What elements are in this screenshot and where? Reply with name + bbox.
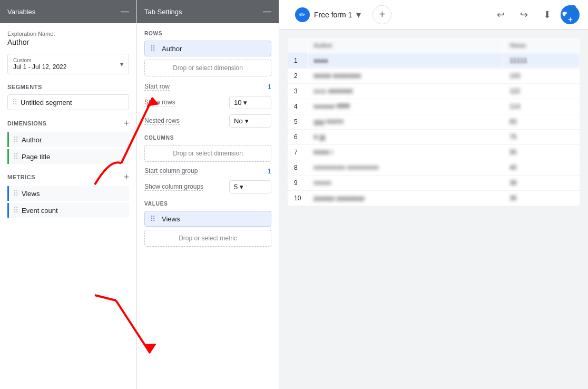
add-tab-btn[interactable]: + <box>373 5 391 24</box>
row-number: 5 <box>288 114 307 130</box>
redo-btn[interactable]: ↪ <box>514 5 533 24</box>
svg-point-2 <box>565 12 567 13</box>
col1-cell: bbbbb bbbbbbbb <box>307 69 503 84</box>
table-row[interactable]: 1 aaaa 11111 <box>288 53 580 69</box>
row-number: 1 <box>288 53 307 69</box>
col1-header[interactable]: Author <box>307 38 503 53</box>
drag-handle-icon: ⠿ <box>150 215 155 223</box>
table-row[interactable]: 10 pppppp pppppppp 36 <box>288 191 580 206</box>
dimension-item-page-title[interactable]: ⠿ Page title <box>7 149 129 164</box>
svg-point-1 <box>564 14 564 15</box>
rows-section-title: ROWS <box>144 31 271 36</box>
table-row[interactable]: 8 mmmmmm mmmmmm 40 <box>288 160 580 176</box>
metrics-title: METRICS <box>7 174 35 180</box>
show-column-groups-label: Show column groups <box>144 183 203 191</box>
drag-handle-icon: ⠿ <box>13 206 18 215</box>
tab-dropdown-icon: ▾ <box>356 9 361 21</box>
nested-rows-row: Nested rows No ▾ <box>144 114 271 128</box>
values-views-label: Views <box>162 215 180 223</box>
col1-cell: ggg hhhhh <box>307 114 503 130</box>
col1-cell: aaaa <box>307 53 503 69</box>
dimension-label: Page title <box>22 153 50 161</box>
col2-cell: 40 <box>503 160 580 176</box>
col2-cell: 75 <box>503 130 580 145</box>
segment-label: Untitled segment <box>21 99 72 106</box>
chevron-down-icon: ▾ <box>245 117 249 125</box>
drag-handle-icon: ⠿ <box>13 135 18 144</box>
show-rows-select[interactable]: 10 ▾ <box>229 96 271 109</box>
values-views-chip[interactable]: ⠿ Views <box>144 211 271 227</box>
drag-handle-icon: ⠿ <box>13 152 18 161</box>
col2-cell: 38 <box>503 176 580 191</box>
col1-cell: iii jjjj <box>307 130 503 145</box>
col1-cell: cccc ddddddd <box>307 84 503 99</box>
metric-label: Views <box>22 190 40 198</box>
col2-cell: 122 <box>503 84 580 99</box>
tab-settings-title: Tab Settings <box>144 8 182 16</box>
tab-free-form[interactable]: ✏ Free form 1 ▾ <box>288 3 368 26</box>
start-column-group-value[interactable]: 1 <box>268 167 271 175</box>
drag-handle-icon: ⠿ <box>13 189 18 198</box>
undo-btn[interactable]: ↩ <box>491 5 510 24</box>
dimension-label: Author <box>22 136 42 144</box>
segment-item[interactable]: ⠿ Untitled segment <box>7 94 129 110</box>
start-column-group-label: Start column group <box>144 167 198 175</box>
drag-handle-icon: ⠿ <box>12 98 17 106</box>
show-column-groups-row: Show column groups 5 ▾ <box>144 180 271 193</box>
col2-cell: 114 <box>503 99 580 114</box>
nested-rows-select[interactable]: No ▾ <box>229 114 271 128</box>
metric-item-views[interactable]: ⠿ Views <box>7 186 129 201</box>
table-row[interactable]: 2 bbbbb bbbbbbbb 143 <box>288 69 580 84</box>
show-rows-value: 10 <box>234 99 241 106</box>
share-icon <box>561 10 568 20</box>
segments-section: SEGMENTS ⠿ Untitled segment <box>7 84 129 110</box>
drag-handle-icon: ⠿ <box>150 44 155 53</box>
col2-cell: 55 <box>503 145 580 160</box>
person-add-icon: 👤+ <box>568 5 580 24</box>
segments-title: SEGMENTS <box>7 84 42 90</box>
add-metric-btn[interactable]: + <box>123 172 129 182</box>
share-btn[interactable]: 👤+ <box>561 5 580 24</box>
rows-drop-placeholder: Drop or select dimension <box>173 64 243 72</box>
rows-drop-zone[interactable]: Drop or select dimension <box>144 60 271 76</box>
col2-header[interactable]: Views <box>503 38 580 53</box>
chevron-down-icon: ▾ <box>243 99 247 106</box>
table-row[interactable]: 9 nnnnn 38 <box>288 176 580 191</box>
metric-item-event-count[interactable]: ⠿ Event count <box>7 203 129 218</box>
rows-author-label: Author <box>162 45 182 53</box>
start-row-value[interactable]: 1 <box>268 83 271 91</box>
col1-cell: nnnnn <box>307 176 503 191</box>
main-content: ✏ Free form 1 ▾ + ↩ ↪ ⬇ 👤+ <box>279 0 588 389</box>
chevron-down-icon: ▾ <box>240 183 243 191</box>
table-row[interactable]: 6 iii jjjj 75 <box>288 130 580 145</box>
values-section-title: VALUES <box>144 201 271 207</box>
start-row-label: Start row <box>144 83 170 91</box>
rows-author-chip[interactable]: ⠿ Author <box>144 41 271 56</box>
row-number: 10 <box>288 191 307 206</box>
row-number: 8 <box>288 160 307 176</box>
show-rows-row: Show rows 10 ▾ <box>144 96 271 109</box>
row-number: 2 <box>288 69 307 84</box>
date-range-selector[interactable]: Custom Jul 1 - Jul 12, 2022 ▾ <box>7 54 129 74</box>
add-dimension-btn[interactable]: + <box>123 119 129 128</box>
minimize-variables-btn[interactable]: — <box>121 7 129 16</box>
tab-settings-panel: Tab Settings — ROWS ⠿ Author Drop or sel… <box>137 0 279 389</box>
dimension-item-author[interactable]: ⠿ Author <box>7 132 129 147</box>
minimize-tab-settings-btn[interactable]: — <box>263 7 271 16</box>
col2-cell: 83 <box>503 114 580 130</box>
col1-cell: pppppp pppppppp <box>307 191 503 206</box>
table-row[interactable]: 5 ggg hhhhh 83 <box>288 114 580 130</box>
values-drop-zone[interactable]: Drop or select metric <box>144 230 271 247</box>
values-drop-placeholder: Drop or select metric <box>179 235 237 242</box>
columns-drop-placeholder: Drop or select dimension <box>173 150 243 157</box>
download-btn[interactable]: ⬇ <box>537 5 556 24</box>
nested-rows-value: No <box>234 117 243 125</box>
table-row[interactable]: 4 eeeeee ffffffff 114 <box>288 99 580 114</box>
show-rows-label: Show rows <box>144 99 175 106</box>
columns-drop-zone[interactable]: Drop or select dimension <box>144 145 271 162</box>
date-range-label: Custom <box>13 57 66 63</box>
table-row[interactable]: 3 cccc ddddddd 122 <box>288 84 580 99</box>
table-row[interactable]: 7 kkkkk l 55 <box>288 145 580 160</box>
row-number: 9 <box>288 176 307 191</box>
show-column-groups-select[interactable]: 5 ▾ <box>229 180 271 193</box>
